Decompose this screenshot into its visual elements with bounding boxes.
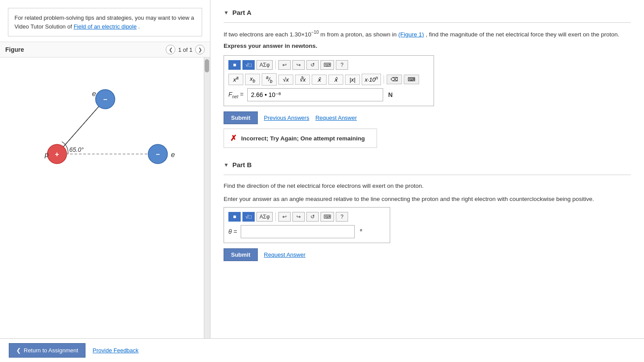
svg-text:−: − (103, 96, 107, 103)
svg-text:e: e (92, 90, 96, 97)
part-a-input-label: Fnet = (228, 91, 244, 99)
tip-box: For related problem-solving tips and str… (8, 8, 202, 36)
toolbar-keyboard2-btn[interactable]: ⌨ (404, 75, 419, 84)
part-b-problem-text2: Enter your answer as an angle measured r… (224, 194, 631, 204)
part-b-toolbar-matrix-btn[interactable]: ■ (228, 212, 241, 222)
toolbar-xbar-btn[interactable]: x̄ (312, 75, 327, 85)
part-b-math-input[interactable] (241, 225, 355, 238)
part-b-input-label: θ = (228, 228, 237, 235)
part-a-feedback-box: ✗ Incorrect; Try Again; One attempt rema… (224, 129, 377, 148)
toolbar-sep1 (275, 61, 276, 69)
part-b-toolbar-help-btn[interactable]: ? (336, 212, 348, 222)
part-a-request-answer-btn[interactable]: Request Answer (315, 115, 357, 121)
part-b-submit-btn[interactable]: Submit (224, 248, 258, 261)
part-a-submit-btn[interactable]: Submit (224, 111, 258, 124)
part-b-divider (224, 175, 631, 175)
figure-header: Figure ❮ 1 of 1 ❯ (0, 42, 210, 57)
part-a-express-text: Express your answer in newtons. (224, 43, 631, 49)
toolbar-undo-btn[interactable]: ↩ (278, 60, 291, 70)
part-b-toolbar-sep1 (275, 212, 276, 221)
toolbar-cbrt-btn[interactable]: ∛x (295, 75, 310, 85)
right-panel[interactable]: ▼ Part A If two electrons are each 1.30×… (210, 0, 644, 338)
part-a-feedback-text: Incorrect; Try Again; One attempt remain… (241, 135, 365, 142)
toolbar-matrix-btn[interactable]: ■ (228, 60, 241, 70)
figure-scroll-area[interactable]: 65.0° + p − e − (0, 57, 210, 338)
toolbar-xa-btn[interactable]: xa (228, 74, 243, 85)
toolbar-keyboard-btn[interactable]: ⌨ (320, 60, 334, 70)
part-b-input-row: θ = ° (228, 225, 385, 238)
toolbar-redo-btn[interactable]: ↪ (292, 60, 305, 70)
svg-text:+: + (55, 151, 59, 158)
tip-link[interactable]: Field of an electric dipole (74, 23, 137, 30)
figure-prev-btn[interactable]: ❮ (166, 45, 175, 54)
part-a-text2: m from a proton, as shown in (320, 31, 397, 38)
toolbar-sep2 (384, 75, 384, 84)
part-b-toolbar-sqrt-btn[interactable]: √□ (242, 212, 255, 222)
part-b-submit-row: Submit Request Answer (224, 248, 631, 261)
part-a-title: Part A (232, 9, 252, 16)
figure-nav: ❮ 1 of 1 ❯ (166, 45, 205, 54)
figure-svg-container: 65.0° + p − e − (0, 57, 210, 189)
part-b-problem-text1: Find the direction of the net electrical… (224, 181, 631, 191)
part-a-header: ▼ Part A (224, 9, 631, 16)
part-a-feedback-icon: ✗ (230, 133, 237, 143)
part-a-figure-link[interactable]: (Figure 1) (398, 31, 424, 38)
toolbar-alpha-sigma-btn[interactable]: ΑΣφ (256, 60, 273, 70)
left-panel: For related problem-solving tips and str… (0, 0, 210, 338)
part-a-toolbar-row1: ■ √□ ΑΣφ ↩ ↪ ↺ ⌨ ? (228, 60, 429, 70)
toolbar-sci-btn[interactable]: x·10n (362, 74, 381, 85)
return-to-assignment-btn[interactable]: ❮ Return to Assignment (9, 343, 85, 358)
part-a-input-row: Fnet = N (228, 88, 429, 101)
toolbar-sqrt-btn[interactable]: √x (278, 75, 293, 85)
part-a-math-input[interactable] (247, 88, 383, 101)
part-b-collapse-arrow[interactable]: ▼ (224, 162, 229, 168)
main-layout: For related problem-solving tips and str… (0, 0, 644, 338)
part-b-header: ▼ Part B (224, 161, 631, 168)
figure-diagram: 65.0° + p − e − (22, 66, 189, 180)
part-a-collapse-arrow[interactable]: ▼ (224, 10, 229, 16)
figure-section: Figure ❮ 1 of 1 ❯ (0, 42, 210, 338)
part-a-text1: If two electrons are each 1.30×10 (224, 31, 311, 38)
part-b-unit: ° (360, 228, 363, 235)
part-b-toolbar-undo-btn[interactable]: ↩ (278, 212, 291, 222)
provide-feedback-btn[interactable]: Provide Feedback (93, 347, 139, 354)
part-a-exp: −10 (311, 30, 319, 35)
return-btn-label: Return to Assignment (24, 347, 78, 354)
figure-title: Figure (5, 46, 24, 53)
part-a-divider (224, 22, 631, 23)
toolbar-xb-btn[interactable]: xb (245, 74, 260, 85)
svg-text:−: − (156, 151, 160, 158)
part-a-problem-text: If two electrons are each 1.30×10−10 m f… (224, 29, 631, 39)
part-a-unit: N (388, 91, 393, 98)
toolbar-frac-btn[interactable]: a/b (262, 73, 277, 86)
part-b-title: Part B (232, 161, 252, 168)
svg-text:e: e (171, 151, 175, 158)
part-b-section: ▼ Part B Find the direction of the net e… (224, 161, 631, 261)
figure-nav-count: 1 of 1 (178, 47, 192, 53)
part-b-toolbar-row1: ■ √□ ΑΣφ ↩ ↪ ↺ ⌨ ? (228, 212, 385, 222)
toolbar-delete-btn[interactable]: ⌫ (387, 75, 402, 84)
part-b-math-editor: ■ √□ ΑΣφ ↩ ↪ ↺ ⌨ ? θ = ° (224, 207, 390, 243)
return-arrow-icon: ❮ (16, 347, 21, 354)
part-a-previous-answers-btn[interactable]: Previous Answers (264, 115, 309, 121)
toolbar-help-btn[interactable]: ? (336, 60, 348, 70)
toolbar-abs-btn[interactable]: |x| (345, 75, 360, 85)
part-b-toolbar-reset-btn[interactable]: ↺ (306, 212, 319, 222)
toolbar-sqrt-template-btn[interactable]: √□ (242, 60, 255, 70)
toolbar-xhat-btn[interactable]: x̂ (328, 75, 343, 85)
part-b-toolbar-redo-btn[interactable]: ↪ (292, 212, 305, 222)
part-b-request-answer-btn[interactable]: Request Answer (264, 251, 306, 258)
part-a-text3: , find the magnitude of the net electric… (426, 31, 619, 38)
figure-next-btn[interactable]: ❯ (195, 45, 205, 54)
figure-scroll-track[interactable] (204, 57, 210, 338)
svg-text:65.0°: 65.0° (69, 146, 84, 153)
toolbar-reset-btn[interactable]: ↺ (306, 60, 319, 70)
part-b-toolbar-keyboard-btn[interactable]: ⌨ (320, 212, 334, 222)
part-a-section: ▼ Part A If two electrons are each 1.30×… (224, 9, 631, 148)
part-a-submit-row: Submit Previous Answers Request Answer (224, 111, 631, 124)
svg-text:p: p (44, 151, 49, 158)
part-a-toolbar-row2: xa xb a/b √x ∛x x̄ x̂ |x| x·10n ⌫ ⌨ (228, 73, 429, 86)
part-b-toolbar-alpha-sigma-btn[interactable]: ΑΣφ (256, 212, 273, 222)
part-a-math-editor: ■ √□ ΑΣφ ↩ ↪ ↺ ⌨ ? xa xb a/b √x ∛x x̄ (224, 55, 434, 106)
figure-scroll-thumb[interactable] (205, 59, 209, 72)
